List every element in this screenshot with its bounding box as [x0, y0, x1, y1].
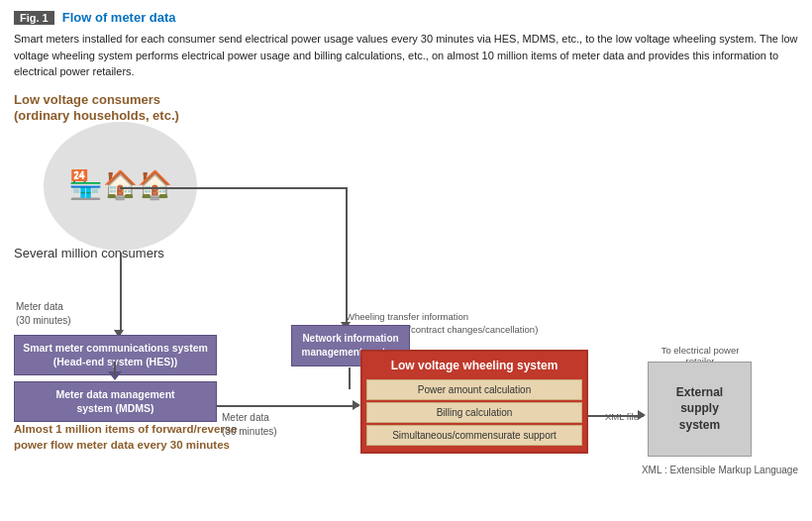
ess-box: External supply system	[648, 362, 752, 457]
lvc-label: Low voltage consumers (ordinary househol…	[14, 92, 179, 126]
meter-data-bottom: Meter data (30 minutes)	[222, 411, 277, 439]
vline-nim-down	[349, 367, 351, 389]
lvws-item2: Billing calculation	[366, 402, 582, 423]
fig-title-text: Flow of meter data	[62, 10, 176, 25]
almost-label: Almost 1 million items of forward/revers…	[14, 421, 238, 453]
hline-lvws-to-ess	[588, 415, 644, 417]
arrow-line-down1	[120, 253, 122, 332]
lvws-item3: Simultaneous/commensurate support	[366, 425, 582, 446]
description: Smart meters installed for each consumer…	[14, 31, 798, 80]
consumer-circle: 🏪🏠🏠	[44, 122, 197, 251]
lvws-title: Low voltage wheeling system	[366, 356, 582, 377]
shop-icon: 🏪🏠🏠	[68, 168, 172, 201]
lvws-item1: Power amount calculation	[366, 379, 582, 400]
arrow-head-ess	[638, 410, 646, 420]
fig-title: Fig. 1 Flow of meter data	[14, 10, 798, 25]
diagram: Low voltage consumers (ordinary househol…	[14, 92, 796, 459]
lvws-outer: Low voltage wheeling system Power amount…	[360, 350, 588, 454]
xml-note: XML : Extensible Markup Language	[14, 465, 798, 475]
fig-label: Fig. 1	[14, 11, 54, 25]
arrow-line-down2	[114, 362, 116, 375]
vline-to-nim	[346, 187, 348, 328]
hline-to-nim	[120, 187, 348, 189]
consumers-text: Several million consumers	[14, 246, 164, 260]
meter-data-left: Meter data (30 minutes)	[16, 300, 71, 328]
mdms-box: Meter data management system (MDMS)	[14, 381, 217, 422]
hline-mdms-to-lvws	[217, 405, 358, 407]
arrow-head-lvws	[353, 400, 360, 410]
